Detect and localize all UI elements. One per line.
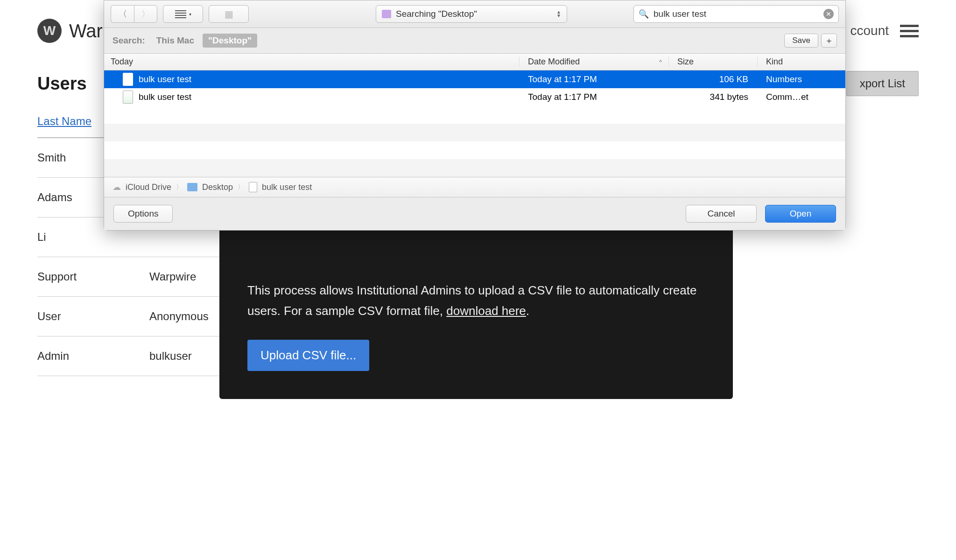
account-link[interactable]: ccount: [851, 23, 889, 38]
location-text: Searching "Desktop": [396, 9, 477, 19]
app-logo: W: [37, 19, 62, 43]
modal-description: This process allows Institutional Admins…: [247, 280, 705, 321]
file-icon: [249, 182, 257, 192]
col-date-modified[interactable]: Date Modified ^: [520, 57, 669, 67]
picker-toolbar: 〈 〉 ▾ ▦ Searching "Desktop" ▲▼ 🔍 bulk us…: [104, 0, 845, 28]
icloud-icon: ☁: [112, 182, 121, 192]
group-button[interactable]: ▦: [209, 5, 249, 23]
col-size[interactable]: Size: [669, 57, 758, 67]
cell-lastname: Support: [37, 270, 149, 283]
folder-icon: [187, 183, 197, 191]
numbers-file-icon: [123, 73, 133, 86]
view-mode-button[interactable]: ▾: [163, 5, 203, 23]
page-title: Users: [37, 74, 87, 94]
upload-csv-button[interactable]: Upload CSV file...: [247, 340, 369, 371]
cell-lastname: Li: [37, 231, 149, 244]
col-kind[interactable]: Kind: [758, 57, 845, 67]
back-button[interactable]: 〈: [111, 5, 134, 23]
folder-grid-icon: ▦: [225, 8, 233, 20]
updown-arrows-icon: ▲▼: [556, 10, 561, 18]
column-headers: Today Date Modified ^ Size Kind: [104, 54, 845, 70]
search-field[interactable]: 🔍 bulk user test ✕: [633, 5, 839, 23]
nav-buttons: 〈 〉: [111, 5, 157, 23]
file-name-text: bulk user test: [139, 74, 191, 84]
sort-ascending-icon: ^: [659, 59, 662, 65]
file-open-dialog: 〈 〉 ▾ ▦ Searching "Desktop" ▲▼ 🔍 bulk us…: [104, 0, 846, 231]
modal-text-2: .: [526, 304, 529, 318]
file-kind-cell: Comm…et: [758, 92, 845, 102]
empty-list-area: [104, 106, 845, 177]
csv-file-icon: [123, 91, 133, 104]
scope-this-mac[interactable]: This Mac: [156, 35, 194, 46]
chevron-down-icon: ▾: [189, 12, 191, 17]
file-name-text: bulk user test: [139, 92, 191, 102]
search-input[interactable]: bulk user test: [654, 9, 819, 19]
file-kind-cell: Numbers: [758, 74, 845, 84]
search-icon: 🔍: [639, 9, 649, 19]
file-date-cell: Today at 1:17 PM: [520, 92, 669, 102]
col-date-label: Date Modified: [528, 57, 580, 67]
file-list: bulk user test Today at 1:17 PM 106 KB N…: [104, 70, 845, 177]
path-separator-icon: 〉: [176, 183, 183, 191]
file-row[interactable]: bulk user test Today at 1:17 PM 341 byte…: [104, 88, 845, 106]
file-name-cell: bulk user test: [104, 73, 520, 86]
path-file[interactable]: bulk user test: [262, 182, 312, 192]
forward-button[interactable]: 〉: [134, 5, 157, 23]
search-scope-row: Search: This Mac "Desktop" Save ＋: [104, 28, 845, 54]
logo-area: W Warp: [37, 19, 113, 43]
location-dropdown[interactable]: Searching "Desktop" ▲▼: [376, 5, 567, 23]
open-button[interactable]: Open: [765, 205, 836, 223]
picker-footer: Options Cancel Open: [104, 197, 845, 230]
search-label: Search:: [112, 35, 145, 46]
path-bar: ☁ iCloud Drive 〉 Desktop 〉 bulk user tes…: [104, 177, 845, 197]
desktop-folder-icon: [382, 10, 391, 18]
scope-desktop[interactable]: "Desktop": [203, 34, 257, 48]
path-icloud[interactable]: iCloud Drive: [126, 182, 171, 192]
export-list-button[interactable]: xport List: [846, 71, 919, 96]
path-desktop[interactable]: Desktop: [202, 182, 233, 192]
file-size-cell: 341 bytes: [669, 92, 758, 102]
file-row[interactable]: bulk user test Today at 1:17 PM 106 KB N…: [104, 70, 845, 88]
add-criteria-button[interactable]: ＋: [821, 34, 837, 48]
file-name-cell: bulk user test: [104, 91, 520, 104]
path-separator-icon: 〉: [238, 183, 244, 191]
download-sample-link[interactable]: download here: [446, 304, 526, 318]
clear-search-icon[interactable]: ✕: [823, 9, 834, 19]
cell-lastname: Admin: [37, 350, 149, 363]
cancel-button[interactable]: Cancel: [686, 205, 757, 223]
save-search-area: Save ＋: [784, 34, 837, 48]
header-right: ccount: [851, 23, 919, 38]
file-date-cell: Today at 1:17 PM: [520, 74, 669, 84]
col-name[interactable]: Today: [104, 57, 520, 67]
hamburger-icon[interactable]: [900, 25, 919, 37]
chevron-left-icon: 〈: [119, 8, 127, 20]
file-size-cell: 106 KB: [669, 74, 758, 84]
list-icon: [175, 10, 186, 18]
save-search-button[interactable]: Save: [784, 34, 818, 48]
chevron-right-icon: 〉: [141, 8, 150, 20]
cell-lastname: User: [37, 310, 149, 323]
footer-buttons: Cancel Open: [686, 205, 836, 223]
options-button[interactable]: Options: [113, 205, 173, 223]
